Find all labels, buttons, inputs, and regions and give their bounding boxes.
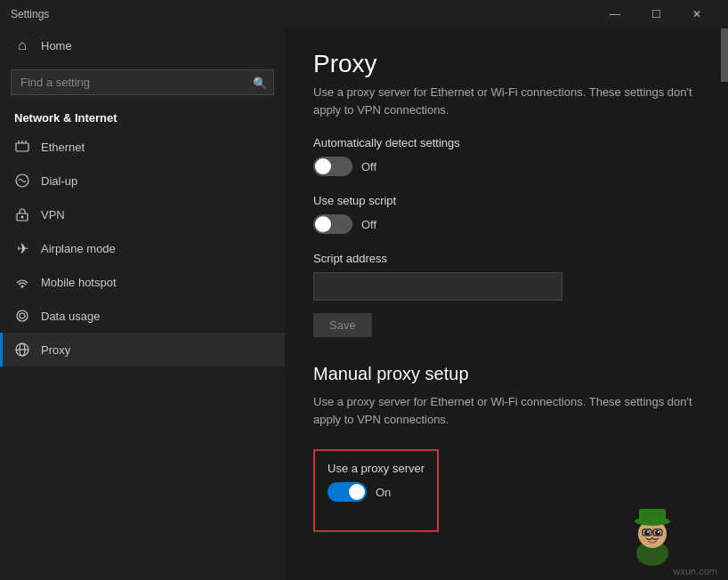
auto-setup-desc: Use a proxy server for Ethernet or Wi-Fi… [313, 84, 700, 118]
sidebar-item-datausage[interactable]: Data usage [0, 299, 285, 333]
setup-script-toggle-row: Off [313, 214, 700, 234]
svg-rect-0 [16, 143, 28, 151]
sidebar-home-label: Home [41, 39, 72, 52]
mascot-image [621, 500, 684, 562]
svg-point-20 [658, 531, 659, 533]
proxy-icon [14, 342, 30, 358]
minimize-button[interactable]: — [595, 0, 635, 28]
proxy-server-box: Use a proxy server On [313, 449, 439, 532]
svg-point-17 [644, 530, 650, 536]
airplane-label: Airplane mode [41, 242, 116, 255]
content-area: Proxy Use a proxy server for Ethernet or… [285, 28, 728, 580]
sidebar-item-hotspot[interactable]: Mobile hotspot [0, 265, 285, 299]
page-title: Proxy [313, 50, 700, 78]
dialup-icon [14, 173, 30, 189]
auto-detect-toggle[interactable] [313, 157, 352, 176]
hotspot-label: Mobile hotspot [41, 276, 117, 289]
sidebar-item-airplane[interactable]: ✈ Airplane mode [0, 231, 285, 265]
main-container: ⌂ Home 🔍 Network & Internet Ethernet [0, 28, 728, 580]
titlebar: Settings — ☐ ✕ [0, 0, 728, 28]
titlebar-title: Settings [11, 8, 595, 20]
close-button[interactable]: ✕ [676, 0, 717, 28]
setup-script-state: Off [361, 218, 376, 231]
svg-point-18 [655, 530, 660, 536]
home-icon: ⌂ [14, 37, 30, 53]
setup-script-label: Use setup script [313, 194, 700, 207]
hotspot-icon [14, 274, 30, 290]
setup-script-knob [315, 216, 331, 232]
manual-section-desc: Use a proxy server for Ethernet or Wi-Fi… [313, 393, 700, 428]
nav-section-label: Network & Internet [0, 106, 285, 130]
auto-detect-label: Automatically detect settings [313, 136, 700, 149]
auto-detect-toggle-row: Off [313, 157, 700, 176]
auto-detect-knob [315, 158, 331, 174]
scrollbar-track[interactable] [721, 28, 728, 580]
sidebar-item-home[interactable]: ⌂ Home [0, 28, 285, 62]
setup-script-toggle[interactable] [313, 214, 352, 234]
datausage-label: Data usage [41, 310, 101, 323]
sidebar-item-vpn[interactable]: VPN [0, 197, 285, 231]
svg-point-7 [21, 286, 24, 288]
manual-section-title: Manual proxy setup [313, 364, 700, 384]
dialup-label: Dial-up [41, 174, 77, 188]
vpn-label: VPN [41, 208, 65, 222]
proxy-label: Proxy [41, 343, 70, 357]
svg-rect-16 [639, 509, 666, 523]
search-box: 🔍 [11, 69, 274, 95]
auto-detect-state: Off [361, 160, 376, 173]
maximize-button[interactable]: ☐ [635, 0, 676, 28]
svg-point-8 [17, 310, 28, 321]
sidebar-item-ethernet[interactable]: Ethernet [0, 130, 285, 164]
search-input[interactable] [11, 69, 274, 95]
sidebar-item-dialup[interactable]: Dial-up [0, 164, 285, 197]
use-proxy-knob [349, 484, 365, 500]
titlebar-controls: — ☐ ✕ [595, 0, 717, 28]
vpn-icon [14, 206, 30, 222]
svg-point-6 [21, 216, 24, 219]
save-button[interactable]: Save [313, 313, 372, 337]
search-icon: 🔍 [253, 76, 267, 89]
sidebar: ⌂ Home 🔍 Network & Internet Ethernet [0, 28, 285, 580]
use-proxy-state: On [376, 486, 391, 499]
datausage-icon [14, 308, 30, 324]
script-address-label: Script address [313, 252, 700, 265]
airplane-icon: ✈ [14, 240, 30, 256]
svg-point-9 [20, 313, 25, 318]
svg-point-19 [647, 531, 649, 533]
ethernet-label: Ethernet [41, 141, 85, 154]
script-address-input[interactable] [313, 272, 562, 301]
sidebar-item-proxy[interactable]: Proxy [0, 333, 285, 367]
use-proxy-toggle[interactable] [328, 482, 367, 502]
ethernet-icon [14, 139, 30, 155]
use-proxy-label: Use a proxy server [328, 462, 425, 475]
scrollbar-thumb[interactable] [721, 28, 728, 82]
watermark: wxun.com [673, 566, 717, 576]
use-proxy-toggle-row: On [328, 482, 425, 502]
